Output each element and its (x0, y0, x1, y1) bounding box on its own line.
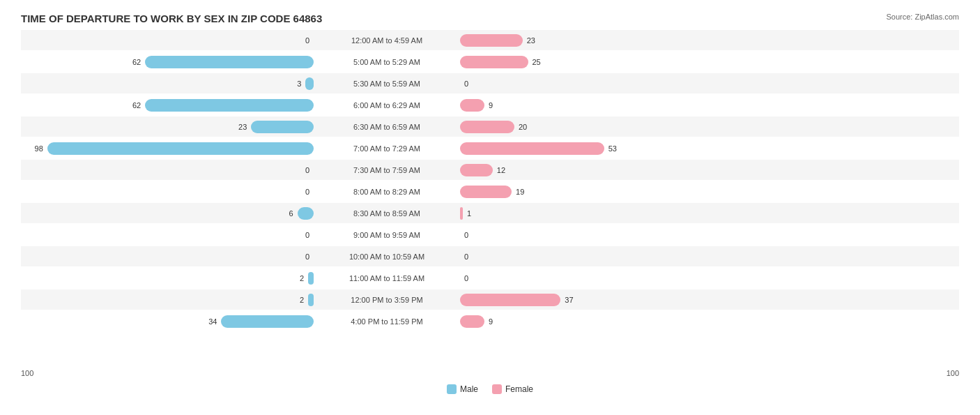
left-section: 0 (21, 225, 314, 245)
value-male: 0 (305, 252, 309, 261)
time-label: 7:00 AM to 7:29 AM (314, 144, 460, 153)
value-male: 62 (132, 58, 141, 66)
bar-male (47, 142, 314, 155)
chart-row: 62 5:00 AM to 5:29 AM 25 (21, 52, 959, 72)
value-female: 0 (464, 274, 468, 282)
right-section: 25 (460, 52, 753, 72)
right-section: 37 (460, 289, 753, 310)
chart-row: 0 12:00 AM to 4:59 AM 23 (21, 30, 959, 50)
bar-male (298, 207, 314, 220)
value-female: 53 (608, 144, 617, 153)
chart-row: 0 8:00 AM to 8:29 AM 19 (21, 181, 959, 202)
value-female: 37 (565, 296, 573, 304)
value-male: 2 (300, 296, 304, 304)
left-section: 34 (21, 311, 314, 331)
value-male: 0 (305, 188, 309, 196)
value-female: 12 (497, 166, 505, 174)
value-male: 0 (305, 36, 309, 45)
axis-left: 100 (21, 369, 314, 377)
left-section: 2 (21, 268, 314, 288)
value-male: 6 (289, 209, 293, 218)
bar-female (460, 121, 514, 133)
right-section: 23 (460, 30, 753, 50)
right-section: 19 (460, 181, 753, 202)
bar-female (460, 207, 463, 220)
time-label: 12:00 PM to 3:59 PM (314, 296, 460, 304)
chart-row: 3 5:30 AM to 5:59 AM 0 (21, 73, 959, 93)
time-label: 7:30 AM to 7:59 AM (314, 166, 460, 174)
left-section: 62 (21, 95, 314, 115)
axis-right: 100 (666, 369, 959, 377)
legend: Male Female (21, 384, 959, 394)
time-label: 5:00 AM to 5:29 AM (314, 58, 460, 66)
legend-female-box (492, 384, 502, 394)
right-section: 9 (460, 311, 753, 331)
right-section: 0 (460, 246, 753, 266)
value-male: 2 (300, 274, 304, 282)
chart-title: TIME OF DEPARTURE TO WORK BY SEX IN ZIP … (21, 13, 959, 24)
bar-female (460, 34, 523, 47)
value-male: 3 (297, 80, 301, 88)
value-male: 0 (305, 231, 309, 239)
chart-row: 6 8:30 AM to 8:59 AM 1 (21, 203, 959, 223)
value-female: 9 (489, 317, 493, 326)
right-section: 0 (460, 73, 753, 93)
bar-male (251, 121, 314, 133)
time-label: 6:00 AM to 6:29 AM (314, 101, 460, 110)
legend-male: Male (447, 384, 478, 394)
value-female: 23 (527, 36, 535, 45)
right-section: 12 (460, 160, 753, 180)
value-female: 0 (464, 231, 468, 239)
time-label: 8:30 AM to 8:59 AM (314, 209, 460, 218)
time-label: 11:00 AM to 11:59 AM (314, 274, 460, 282)
right-section: 20 (460, 116, 753, 137)
chart-row: 2 11:00 AM to 11:59 AM 0 (21, 268, 959, 288)
value-female: 0 (464, 80, 468, 88)
bar-female (460, 186, 512, 198)
chart-row: 2 12:00 PM to 3:59 PM 37 (21, 289, 959, 310)
chart-row: 98 7:00 AM to 7:29 AM 53 (21, 138, 959, 158)
value-female: 25 (533, 58, 541, 66)
left-section: 62 (21, 52, 314, 72)
chart-row: 0 7:30 AM to 7:59 AM 12 (21, 160, 959, 180)
chart-row: 0 9:00 AM to 9:59 AM 0 (21, 225, 959, 245)
bar-female (460, 99, 484, 112)
time-label: 5:30 AM to 5:59 AM (314, 80, 460, 88)
axis-labels: 100 100 (21, 366, 959, 380)
time-label: 10:00 AM to 10:59 AM (314, 252, 460, 261)
right-section: 0 (460, 225, 753, 245)
bar-male (221, 315, 314, 328)
bar-female (460, 294, 560, 306)
bar-male (308, 272, 314, 285)
chart-row: 34 4:00 PM to 11:59 PM 9 (21, 311, 959, 331)
time-label: 8:00 AM to 8:29 AM (314, 188, 460, 196)
left-section: 3 (21, 73, 314, 93)
bar-female (460, 142, 604, 155)
chart-row: 62 6:00 AM to 6:29 AM 9 (21, 95, 959, 115)
legend-male-label: Male (460, 384, 478, 394)
left-section: 0 (21, 160, 314, 180)
value-male: 62 (132, 101, 141, 110)
legend-female: Female (492, 384, 533, 394)
bar-female (460, 315, 484, 328)
value-male: 34 (208, 317, 217, 326)
value-female: 19 (516, 188, 524, 196)
bar-female (460, 164, 493, 176)
value-male: 0 (305, 166, 309, 174)
left-section: 2 (21, 289, 314, 310)
time-label: 6:30 AM to 6:59 AM (314, 123, 460, 131)
chart-area: 0 12:00 AM to 4:59 AM 23 62 5:00 AM to 5… (21, 30, 959, 365)
time-label: 12:00 AM to 4:59 AM (314, 36, 460, 45)
bar-male (305, 77, 314, 90)
legend-female-label: Female (505, 384, 533, 394)
legend-male-box (447, 384, 457, 394)
value-male: 23 (238, 123, 247, 131)
time-label: 4:00 PM to 11:59 PM (314, 317, 460, 326)
right-section: 9 (460, 95, 753, 115)
right-section: 1 (460, 203, 753, 223)
left-section: 0 (21, 30, 314, 50)
value-male: 98 (35, 144, 43, 153)
left-section: 0 (21, 181, 314, 202)
source-label: Source: ZipAtlas.com (886, 13, 959, 21)
value-female: 1 (467, 209, 471, 218)
